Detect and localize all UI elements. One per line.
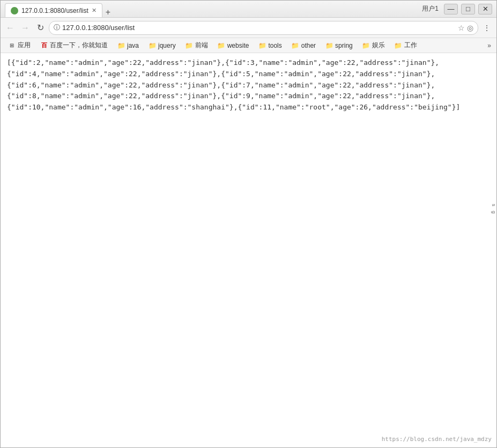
bookmark-jquery[interactable]: 📁 jquery [144,41,180,50]
window-title: 用户1 [422,4,439,13]
bookmark-frontend-label: 前端 [195,41,208,50]
bookmark-entertainment[interactable]: 📁 娱乐 [358,40,389,51]
bookmark-baidu[interactable]: 百 百度一下，你就知道 [36,40,112,51]
bookmark-other[interactable]: 📁 other [287,41,320,50]
folder-frontend-icon: 📁 [186,42,193,49]
bookmark-work[interactable]: 📁 工作 [390,40,421,51]
folder-entertainment-icon: 📁 [362,42,370,49]
page-content: [{"id":2,"name":"admin","age":22,"addres… [1,53,496,447]
json-line-3: {"id":6,"name":"admin","age":22,"address… [7,80,490,91]
folder-spring-icon: 📁 [325,42,333,49]
bookmark-apps-label: 应用 [18,41,31,50]
watermark: https://blog.csdn.net/java_mdzy [382,436,492,443]
close-button[interactable]: ✕ [478,4,492,14]
folder-jquery-icon: 📁 [149,42,156,49]
side-panel-letters: s g [491,204,496,214]
folder-tools-icon: 📁 [258,42,266,49]
forward-button[interactable]: → [19,21,32,34]
bookmark-tools[interactable]: 📁 tools [254,41,286,50]
bookmark-java[interactable]: 📁 java [113,41,143,50]
side-letter-g: g [491,211,496,214]
secure-icon: ⓘ [54,23,60,32]
new-tab-button[interactable]: + [102,8,114,17]
json-line-5: {"id":10,"name":"admin","age":16,"addres… [7,102,490,113]
folder-other-icon: 📁 [292,42,299,49]
bookmark-frontend[interactable]: 📁 前端 [181,40,212,51]
toolbar-right: ⋮ [480,21,493,34]
bookmark-star-icon[interactable]: ☆ [458,24,465,32]
bookmark-entertainment-label: 娱乐 [372,41,385,50]
side-letter-s: s [491,204,496,207]
bookmark-spring-label: spring [335,42,353,49]
bookmark-website-label: website [227,42,249,49]
folder-website-icon: 📁 [218,42,225,49]
maximize-button[interactable]: □ [461,4,475,14]
lens-icon[interactable]: ◎ [467,24,473,32]
apps-icon: ⊞ [8,42,16,49]
navigation-toolbar: ← → ↻ ⓘ ☆ ◎ ⋮ [1,18,496,38]
bookmark-jquery-label: jquery [158,42,176,49]
tab-favicon [11,7,18,14]
titlebar: 127.0.0.1:8080/user/list ✕ + 用户1 — □ ✕ [1,1,496,18]
tab-close-button[interactable]: ✕ [92,7,97,14]
active-tab[interactable]: 127.0.0.1:8080/user/list ✕ [5,3,102,17]
json-line-1: [{"id":2,"name":"admin","age":22,"addres… [7,57,490,69]
bookmark-baidu-label: 百度一下，你就知道 [50,41,108,50]
bookmark-spring[interactable]: 📁 spring [321,41,357,50]
minimize-button[interactable]: — [444,4,458,14]
bookmark-tools-label: tools [268,42,281,49]
window-controls: — □ ✕ [444,4,492,14]
folder-java-icon: 📁 [117,42,125,49]
back-button[interactable]: ← [4,21,17,34]
tab-label: 127.0.0.1:8080/user/list [21,7,88,14]
refresh-button[interactable]: ↻ [34,21,47,34]
menu-button[interactable]: ⋮ [480,21,493,34]
browser-window: 127.0.0.1:8080/user/list ✕ + 用户1 — □ ✕ ←… [0,0,497,448]
bookmark-java-label: java [127,42,139,49]
bookmark-work-label: 工作 [404,41,417,50]
baidu-icon: 百 [40,42,48,49]
json-line-2: {"id":4,"name":"admin","age":22,"address… [7,69,490,80]
bookmark-website[interactable]: 📁 website [213,41,254,50]
bookmarks-bar: ⊞ 应用 百 百度一下，你就知道 📁 java 📁 jquery 📁 前端 📁 … [1,38,496,53]
json-line-4: {"id":8,"name":"admin","age":22,"address… [7,91,490,102]
bookmark-other-label: other [301,42,316,49]
folder-work-icon: 📁 [395,42,402,49]
address-input[interactable] [62,24,456,32]
bookmarks-more-button[interactable]: » [485,41,493,50]
tab-bar: 127.0.0.1:8080/user/list ✕ + [5,1,114,17]
bookmark-apps[interactable]: ⊞ 应用 [4,40,35,51]
address-bar[interactable]: ⓘ ☆ ◎ [49,21,478,35]
